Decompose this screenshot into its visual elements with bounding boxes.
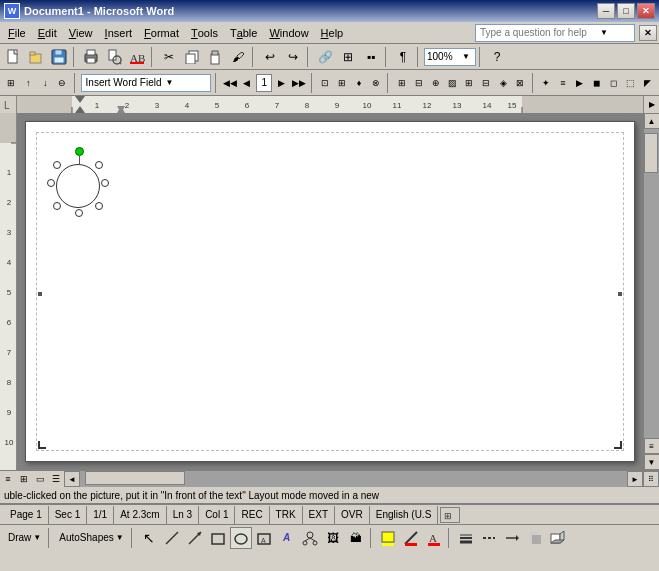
tb2-btnV[interactable]: ⬚ [623,72,638,94]
tb2-btn1[interactable]: ⊞ [4,72,19,94]
3d-btn[interactable] [547,527,569,549]
rect-btn[interactable] [207,527,229,549]
vertical-scrollbar[interactable]: ▲ ≡ ▼ [643,113,659,470]
line-style-btn[interactable] [455,527,477,549]
insert-word-field-box[interactable]: Insert Word Field ▼ [81,74,211,92]
save-button[interactable] [48,46,70,68]
redo-button[interactable]: ↪ [282,46,304,68]
table-button[interactable]: ⊞ [337,46,359,68]
new-button[interactable] [2,46,24,68]
handle-ml[interactable] [47,179,55,187]
tb2-btnG[interactable]: ♦ [352,72,367,94]
scroll-split-btn[interactable]: ≡ [644,438,660,454]
select-arrow-btn[interactable]: ↖ [138,527,160,549]
tb2-btnQ[interactable]: ✦ [539,72,554,94]
tb2-btnD[interactable]: ▶▶ [291,72,307,94]
tb2-btn2[interactable]: ↑ [21,72,36,94]
tb2-btnH[interactable]: ⊗ [369,72,384,94]
tb2-btnM[interactable]: ⊞ [462,72,477,94]
open-button[interactable] [25,46,47,68]
help-box[interactable]: ▼ [475,24,635,42]
scroll-down-button[interactable]: ▼ [644,454,660,470]
cut-button[interactable]: ✂ [158,46,180,68]
menu-edit[interactable]: Edit [32,23,63,43]
spell-button[interactable]: ABC [126,46,148,68]
tb2-btnJ[interactable]: ⊟ [411,72,426,94]
hyperlink-button[interactable]: 🔗 [314,46,336,68]
menu-insert[interactable]: Insert [99,23,139,43]
hscroll-left-button[interactable]: ◄ [64,471,80,487]
view-web-btn[interactable]: ⊞ [16,471,32,487]
handle-mr[interactable] [101,179,109,187]
arrow-style-btn[interactable] [501,527,523,549]
close-doc-button[interactable]: ✕ [639,25,657,41]
menu-table[interactable]: Table [224,23,264,43]
tb2-btnP[interactable]: ⊠ [513,72,528,94]
help-input[interactable] [480,27,600,38]
tb2-btnI[interactable]: ⊞ [394,72,409,94]
paste-button[interactable] [204,46,226,68]
menu-view[interactable]: View [63,23,99,43]
dash-style-btn[interactable] [478,527,500,549]
tb2-btnA[interactable]: ◀◀ [222,72,238,94]
tb2-btnL[interactable]: ▨ [445,72,460,94]
arrow-btn[interactable] [184,527,206,549]
picture-btn[interactable]: 🏔 [345,527,367,549]
line-btn[interactable] [161,527,183,549]
hscrollbar-thumb[interactable] [85,471,185,485]
format-painter-button[interactable]: 🖌 [227,46,249,68]
undo-button[interactable]: ↩ [259,46,281,68]
menu-window[interactable]: Window [263,23,314,43]
circle-shape[interactable] [56,164,100,208]
view-print-btn[interactable]: ▭ [32,471,48,487]
zoom-box[interactable]: 100% ▼ [424,48,476,66]
scroll-up-button[interactable]: ▲ [644,113,660,129]
menu-format[interactable]: Format [138,23,185,43]
oval-btn[interactable] [230,527,252,549]
handle-tr[interactable] [95,161,103,169]
preview-button[interactable] [103,46,125,68]
tb2-btnE[interactable]: ⊡ [318,72,333,94]
minimize-button[interactable]: ─ [597,3,615,19]
clipart-btn[interactable]: 🖼 [322,527,344,549]
shape-with-handles[interactable] [48,147,113,222]
handle-bc[interactable] [75,209,83,217]
print-button[interactable] [80,46,102,68]
tb2-btn4[interactable]: ⊖ [55,72,70,94]
tb2-btn3[interactable]: ↓ [38,72,53,94]
tb2-btnT[interactable]: ◼ [589,72,604,94]
status-icon-btn[interactable]: ⊞ [440,507,460,523]
tb2-btnO[interactable]: ◈ [496,72,511,94]
view-outline-btn[interactable]: ☰ [48,471,64,487]
wordart-btn[interactable]: A [276,527,298,549]
rotation-handle[interactable] [75,147,84,156]
columns-button[interactable]: ▪▪ [360,46,382,68]
tb2-btnF[interactable]: ⊞ [335,72,350,94]
line-color-btn[interactable] [400,527,422,549]
tb2-btnB[interactable]: ◀ [240,72,255,94]
help-btn[interactable]: ? [486,46,508,68]
zoom-arrow[interactable]: ▼ [462,52,470,61]
autoshapes-dropdown-btn[interactable]: AutoShapes ▼ [55,530,127,545]
maximize-button[interactable]: □ [617,3,635,19]
copy-button[interactable] [181,46,203,68]
view-normal-btn[interactable]: ≡ [0,471,16,487]
shadow-btn[interactable] [524,527,546,549]
tb2-btnN[interactable]: ⊟ [479,72,494,94]
tb2-btnC[interactable]: ▶ [274,72,289,94]
tb2-btnS[interactable]: ▶ [572,72,587,94]
close-button[interactable]: ✕ [637,3,655,19]
tb2-btnK[interactable]: ⊕ [428,72,443,94]
textbox-btn[interactable]: A [253,527,275,549]
hscrollbar-track[interactable] [80,471,627,487]
menu-help[interactable]: Help [315,23,350,43]
scrollbar-thumb[interactable] [644,133,658,173]
diagram-btn[interactable] [299,527,321,549]
ruler-expand-btn[interactable]: ▶ [643,96,659,113]
handle-br[interactable] [95,202,103,210]
menu-file[interactable]: File [2,23,32,43]
menu-tools[interactable]: Tools [185,23,224,43]
fill-color-btn[interactable] [377,527,399,549]
font-color-btn[interactable]: A [423,527,445,549]
insert-field-arrow[interactable]: ▼ [166,78,174,87]
